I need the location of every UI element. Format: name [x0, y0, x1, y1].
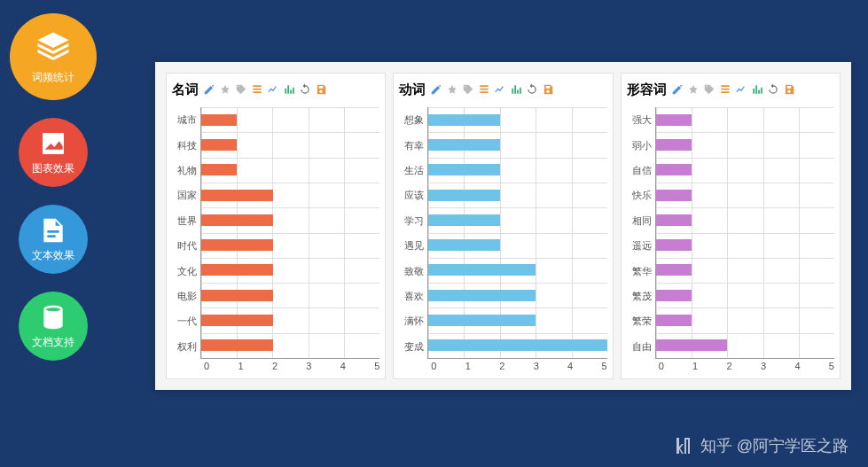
layers-icon — [35, 29, 72, 66]
y-tick-label: 快乐 — [627, 188, 652, 202]
refresh-icon[interactable] — [525, 82, 539, 97]
bar — [428, 214, 500, 226]
chart-panel-0: 名词城市科技礼物国家世界时代文化电影一代权利012345 — [166, 73, 386, 379]
x-tick-label: 3 — [534, 361, 539, 371]
chart-title: 形容词 — [627, 82, 667, 98]
y-tick-label: 强大 — [627, 113, 652, 127]
pin-icon[interactable] — [218, 82, 232, 97]
y-tick-label: 时代 — [172, 238, 197, 253]
edit-icon[interactable] — [202, 82, 216, 97]
x-tick-label: 1 — [238, 361, 243, 371]
bar — [201, 114, 237, 126]
bar — [428, 164, 500, 175]
list-icon[interactable] — [250, 82, 264, 97]
line-chart-icon[interactable] — [734, 82, 748, 97]
bars-container — [656, 107, 834, 358]
save-icon[interactable] — [541, 82, 555, 97]
x-tick-label: 3 — [306, 361, 311, 371]
x-tick-label: 3 — [761, 361, 766, 371]
refresh-icon[interactable] — [298, 82, 312, 97]
bar — [656, 339, 728, 351]
y-tick-label: 想象 — [399, 113, 424, 127]
chart-header: 名词 — [172, 81, 379, 98]
chart-body: 城市科技礼物国家世界时代文化电影一代权利 — [172, 107, 379, 359]
watermark-text: 知乎 @阿宁学医之路 — [700, 435, 848, 456]
y-tick-label: 繁茂 — [627, 289, 652, 303]
line-chart-icon[interactable] — [266, 82, 280, 97]
bar — [656, 139, 692, 151]
bar — [656, 315, 692, 326]
chart-panel-1: 动词想象有幸生活应该学习遇见致敬喜欢满怀变成012345 — [393, 73, 613, 379]
x-tick-label: 5 — [374, 361, 379, 371]
bar — [201, 290, 273, 301]
chart-header: 形容词 — [627, 81, 834, 98]
nav-chart-effect[interactable]: 图表效果 — [19, 118, 88, 187]
note-icon — [39, 216, 67, 245]
list-icon[interactable] — [718, 82, 732, 97]
bar — [201, 139, 237, 151]
y-tick-label: 自由 — [627, 339, 652, 354]
y-axis-labels: 想象有幸生活应该学习遇见致敬喜欢满怀变成 — [399, 107, 427, 359]
nav-label: 图表效果 — [32, 161, 74, 176]
bars-container — [428, 107, 606, 358]
y-tick-label: 相同 — [627, 214, 652, 228]
tag-icon[interactable] — [234, 82, 248, 97]
book-icon — [39, 303, 67, 331]
x-tick-label: 4 — [794, 361, 800, 371]
tag-icon[interactable] — [461, 82, 475, 97]
y-tick-label: 变成 — [399, 339, 424, 354]
chart-title: 名词 — [172, 82, 199, 98]
nav-word-frequency[interactable]: 词频统计 — [10, 13, 97, 100]
y-tick-label: 世界 — [172, 214, 197, 228]
edit-icon[interactable] — [670, 82, 684, 97]
zhihu-icon — [672, 435, 693, 456]
chart-body: 想象有幸生活应该学习遇见致敬喜欢满怀变成 — [399, 107, 606, 359]
x-axis-labels: 012345 — [627, 361, 834, 371]
x-tick-label: 0 — [204, 361, 209, 371]
y-tick-label: 满怀 — [399, 314, 424, 328]
tag-icon[interactable] — [702, 82, 716, 97]
bar — [656, 290, 692, 301]
chart-header: 动词 — [399, 81, 606, 98]
y-axis-labels: 城市科技礼物国家世界时代文化电影一代权利 — [172, 107, 200, 359]
plot-area — [200, 107, 379, 359]
bar-chart-icon[interactable] — [509, 82, 523, 97]
y-tick-label: 致敬 — [399, 264, 424, 278]
bar-chart-icon[interactable] — [282, 82, 296, 97]
bar-chart-icon[interactable] — [750, 82, 764, 97]
save-icon[interactable] — [314, 82, 328, 97]
y-tick-label: 应该 — [399, 188, 424, 202]
pin-icon[interactable] — [445, 82, 459, 97]
line-chart-icon[interactable] — [493, 82, 507, 97]
list-icon[interactable] — [477, 82, 491, 97]
save-icon[interactable] — [782, 82, 796, 97]
y-tick-label: 城市 — [172, 113, 197, 127]
bar — [201, 190, 273, 201]
y-tick-label: 繁荣 — [627, 314, 652, 328]
chart-panel-2: 形容词强大弱小自信快乐相同遥远繁华繁茂繁荣自由012345 — [621, 73, 841, 379]
y-tick-label: 权利 — [172, 339, 197, 354]
x-tick-label: 2 — [727, 361, 732, 371]
bar — [201, 264, 273, 276]
sidebar: 词频统计 图表效果 文本效果 文档支持 — [0, 9, 106, 361]
y-tick-label: 国家 — [172, 188, 197, 202]
y-tick-label: 科技 — [172, 138, 197, 152]
y-tick-label: 弱小 — [627, 138, 652, 152]
x-tick-label: 0 — [431, 361, 436, 371]
y-tick-label: 礼物 — [172, 163, 197, 177]
bar — [656, 114, 692, 126]
x-tick-label: 1 — [465, 361, 471, 371]
bar — [428, 339, 606, 351]
edit-icon[interactable] — [429, 82, 443, 97]
y-tick-label: 学习 — [399, 214, 424, 228]
x-tick-label: 5 — [602, 361, 607, 371]
nav-doc-support[interactable]: 文档支持 — [19, 292, 88, 361]
bar — [656, 239, 692, 251]
bar — [201, 214, 273, 226]
pin-icon[interactable] — [686, 82, 700, 97]
bar — [201, 239, 273, 251]
x-tick-label: 5 — [829, 361, 834, 371]
bar — [656, 214, 692, 226]
nav-text-effect[interactable]: 文本效果 — [19, 205, 88, 274]
refresh-icon[interactable] — [766, 82, 780, 97]
